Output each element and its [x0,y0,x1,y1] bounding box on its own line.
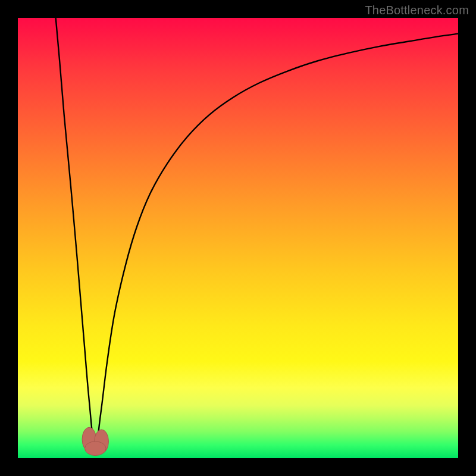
chart-frame: TheBottleneck.com [0,0,476,476]
min-marker-2 [84,441,106,456]
chart-svg [18,18,458,458]
plot-area [18,18,458,458]
bottleneck-curve [56,18,458,450]
marker-layer [82,427,108,455]
curve-layer [56,18,458,450]
watermark-text: TheBottleneck.com [365,4,469,17]
